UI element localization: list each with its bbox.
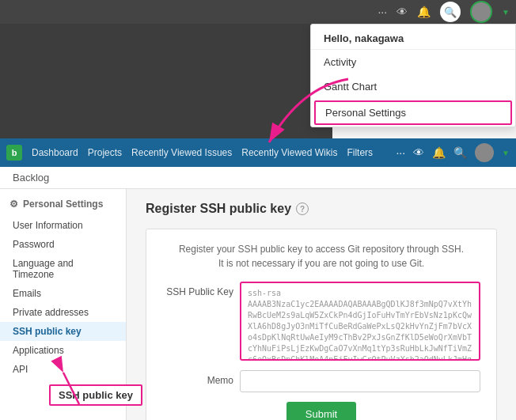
bell-icon[interactable]: 🔔: [417, 6, 431, 18]
memo-row: Memo: [162, 370, 480, 392]
main-navbar: b Dashboard Projects Recently Viewed Iss…: [0, 138, 516, 167]
ssh-key-input[interactable]: ssh-rsa AAAAB3NzaC1yc2EAAAADAQABAAABgQDl…: [240, 282, 480, 361]
sidebar: ⚙ Personal Settings User Information Pas…: [0, 186, 127, 420]
help-icon[interactable]: ?: [296, 202, 309, 215]
nav-eye-icon[interactable]: 👁: [413, 146, 424, 159]
dropdown-item-personal-settings[interactable]: Personal Settings: [314, 100, 512, 125]
sidebar-item-user-information[interactable]: User Information: [0, 216, 126, 235]
form-description: Register your SSH public key to access G…: [162, 242, 480, 271]
sidebar-item-api[interactable]: API: [0, 360, 126, 379]
sidebar-item-password[interactable]: Password: [0, 235, 126, 254]
nav-chevron-icon[interactable]: ▼: [502, 149, 510, 157]
dropdown-chevron-icon[interactable]: ▼: [502, 8, 510, 17]
memo-label: Memo: [162, 370, 233, 386]
dropdown-greeting: Hello, nakagawa: [311, 25, 515, 50]
memo-input[interactable]: [240, 370, 480, 392]
gear-icon: ⚙: [9, 199, 18, 210]
nav-avatar[interactable]: [475, 143, 494, 162]
breadcrumb-text: Backlog: [13, 172, 49, 184]
nav-dashboard[interactable]: Dashboard: [32, 147, 78, 158]
nav-projects[interactable]: Projects: [88, 147, 122, 158]
dropdown-item-gantt[interactable]: Gantt Chart: [311, 74, 515, 99]
dropdown-item-activity[interactable]: Activity: [311, 50, 515, 74]
submit-row: Submit: [162, 402, 480, 420]
more-icon[interactable]: ···: [378, 6, 387, 18]
description-line1: Register your SSH public key to access G…: [179, 244, 464, 255]
user-avatar[interactable]: [470, 1, 492, 23]
logo[interactable]: b: [6, 145, 22, 161]
page-title-text: Register SSH public key: [146, 202, 291, 216]
ssh-key-row: SSH Public Key ssh-rsa AAAAB3NzaC1yc2EAA…: [162, 282, 480, 361]
sidebar-section-title: ⚙ Personal Settings: [0, 195, 126, 216]
eye-icon[interactable]: 👁: [396, 6, 408, 18]
user-dropdown: Hello, nakagawa Activity Gantt Chart Per…: [310, 24, 516, 127]
nav-recently-viewed-wikis[interactable]: Recently Viewed Wikis: [241, 147, 337, 158]
nav-filters[interactable]: Filters: [347, 147, 373, 158]
sidebar-item-language-timezone[interactable]: Language and Timezone: [0, 254, 126, 284]
sidebar-item-private-addresses[interactable]: Private addresses: [0, 303, 126, 322]
breadcrumb: Backlog: [0, 167, 516, 189]
sidebar-item-emails[interactable]: Emails: [0, 284, 126, 303]
submit-button[interactable]: Submit: [286, 402, 356, 420]
nav-recently-viewed-issues[interactable]: Recently Viewed Issues: [131, 147, 232, 158]
nav-bell-icon[interactable]: 🔔: [432, 146, 446, 159]
nav-more-icon[interactable]: ···: [396, 146, 405, 159]
form-card: Register your SSH public key to access G…: [146, 229, 497, 420]
page-title-container: Register SSH public key ?: [146, 202, 497, 216]
description-line2: It is not necessary if you are not going…: [218, 258, 424, 269]
content-area: ⚙ Personal Settings User Information Pas…: [0, 186, 516, 420]
sidebar-item-applications[interactable]: Applications: [0, 341, 126, 360]
sidebar-item-ssh-public-key[interactable]: SSH public key: [0, 322, 126, 341]
ssh-key-label: SSH Public Key: [162, 282, 233, 297]
search-button[interactable]: 🔍: [440, 2, 461, 22]
main-content: Register SSH public key ? Register your …: [127, 186, 516, 420]
nav-search-icon[interactable]: 🔍: [453, 146, 467, 159]
